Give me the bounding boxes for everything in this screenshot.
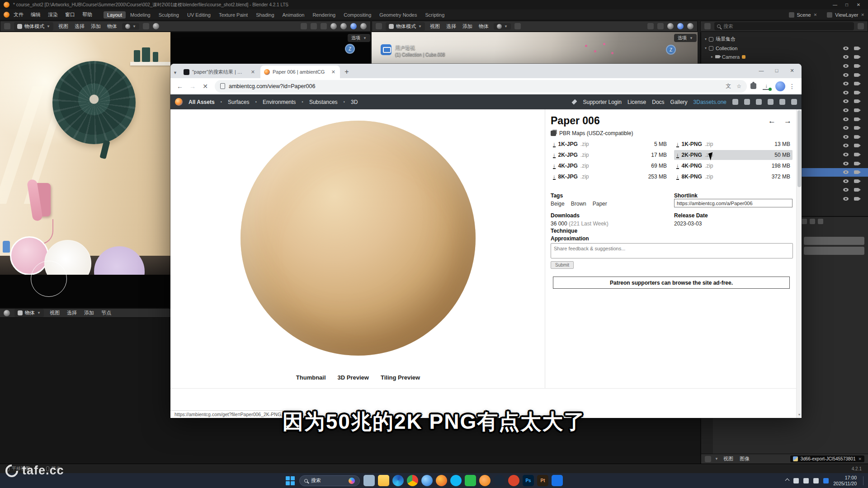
download-2k-png[interactable]: ↓2K-PNG.zip50 MB xyxy=(674,150,793,160)
patreon-icon[interactable] xyxy=(732,99,738,105)
hide-viewport-icon[interactable] xyxy=(843,170,849,174)
node-menu-node[interactable]: 节点 xyxy=(100,309,113,317)
nav-3d[interactable]: 3D xyxy=(351,99,358,105)
browser-tab-fab[interactable]: "paper"的搜索结果 | 搜索 | Fab ✕ xyxy=(180,66,259,78)
properties-icon[interactable] xyxy=(818,219,823,224)
file-explorer-icon[interactable] xyxy=(378,475,389,486)
shading-solid-icon[interactable] xyxy=(340,23,347,29)
tray-icon-app[interactable] xyxy=(823,478,829,483)
expand-icon[interactable]: ▸ xyxy=(711,55,713,59)
disable-render-icon[interactable] xyxy=(854,135,859,139)
shading-wireframe-icon[interactable] xyxy=(330,23,337,29)
instagram-icon[interactable] xyxy=(791,99,797,105)
scene-unlink-icon[interactable]: ✕ xyxy=(814,13,817,17)
nav-environments[interactable]: Environments xyxy=(263,99,296,105)
nav-surfaces[interactable]: Surfaces xyxy=(228,99,249,105)
disable-render-icon[interactable] xyxy=(854,144,859,147)
taskbar-clock[interactable]: 17:00 2025/11/20 xyxy=(833,475,857,486)
expand-icon[interactable]: ▾ xyxy=(705,37,707,41)
hide-viewport-icon[interactable] xyxy=(843,73,849,77)
stop-loading-icon[interactable]: ✕ xyxy=(199,80,211,92)
chevron-down-icon[interactable]: ▼ xyxy=(715,457,718,461)
properties-icon[interactable] xyxy=(802,219,807,224)
viewlayer-selector[interactable]: ViewLayer xyxy=(835,12,858,18)
shading-material-icon[interactable] xyxy=(677,23,684,29)
tab-3d-preview[interactable]: 3D Preview xyxy=(338,374,369,381)
hide-viewport-icon[interactable] xyxy=(843,91,849,94)
hide-viewport-icon[interactable] xyxy=(843,179,849,183)
menu-help[interactable]: 帮助 xyxy=(79,10,95,19)
disable-render-icon[interactable] xyxy=(854,82,859,85)
close-tab-icon[interactable]: ✕ xyxy=(250,69,256,75)
photoshop-icon[interactable]: Ps xyxy=(523,475,534,486)
viewport2-options-dropdown[interactable]: 选项▼ xyxy=(674,34,697,42)
hide-viewport-icon[interactable] xyxy=(843,197,849,201)
disable-render-icon[interactable] xyxy=(854,153,859,156)
transform-orientation-dropdown[interactable]: ▼ xyxy=(494,23,511,30)
download-4k-png[interactable]: ↓4K-PNG.zip198 MB xyxy=(674,161,793,171)
edge-icon[interactable] xyxy=(392,475,404,486)
cloud-icon[interactable] xyxy=(779,99,785,105)
image-menu-image[interactable]: 图像 xyxy=(738,455,751,463)
outliner-search-input[interactable] xyxy=(723,23,851,29)
nav-3dassets-one[interactable]: 3Dassets.one xyxy=(693,99,726,105)
snap-magnet-icon[interactable] xyxy=(143,23,149,29)
tab-tiling-preview[interactable]: Tiling Preview xyxy=(381,374,420,381)
snap-magnet-icon[interactable] xyxy=(514,23,521,29)
download-8k-jpg[interactable]: ↓8K-JPG.zip253 MB xyxy=(551,172,669,182)
hide-viewport-icon[interactable] xyxy=(843,55,849,59)
nav-all-assets[interactable]: All Assets xyxy=(189,99,215,105)
workspace-tab-texture-paint[interactable]: Texture Paint xyxy=(215,11,251,19)
workspace-tab-animation[interactable]: Animation xyxy=(279,11,308,19)
nav-substances[interactable]: Substances xyxy=(309,99,338,105)
menu-file[interactable]: 文件 xyxy=(10,10,27,19)
workspace-tab-layout[interactable]: Layout xyxy=(104,11,126,19)
hide-viewport-icon[interactable] xyxy=(843,153,849,156)
translate-icon[interactable]: 文 xyxy=(726,82,731,90)
viewport-menu-add[interactable]: 添加 xyxy=(90,22,102,31)
previous-asset-icon[interactable]: ← xyxy=(768,117,776,126)
viewport-menu-add[interactable]: 添加 xyxy=(461,22,474,31)
properties-button[interactable] xyxy=(804,247,864,255)
tools-icon[interactable] xyxy=(571,99,577,105)
close-tab-icon[interactable]: ✕ xyxy=(330,69,336,75)
disable-render-icon[interactable] xyxy=(854,179,859,183)
tab-search-chevron-icon[interactable]: ▼ xyxy=(173,70,177,75)
downloads-icon[interactable]: ↓ xyxy=(763,83,770,90)
xray-toggle-icon[interactable] xyxy=(321,23,327,29)
menu-edit[interactable]: 编辑 xyxy=(28,10,44,19)
disable-render-icon[interactable] xyxy=(854,64,859,68)
tray-icon-cloud[interactable] xyxy=(803,478,809,483)
shortlink-input[interactable] xyxy=(674,199,793,207)
blender-icon[interactable] xyxy=(479,475,491,486)
image-name-field[interactable]: 3d66-export-JCI545573801 ✕ xyxy=(790,455,864,462)
minimize-icon[interactable]: — xyxy=(754,65,769,76)
outliner-row-camera[interactable]: ▸ Camera xyxy=(701,52,868,61)
nav-docs[interactable]: Docs xyxy=(652,99,664,105)
disable-render-icon[interactable] xyxy=(854,126,859,130)
maximize-icon[interactable]: □ xyxy=(769,65,784,76)
properties-button[interactable] xyxy=(804,237,864,245)
mode-dropdown[interactable]: 物体模式▼ xyxy=(386,22,425,31)
back-icon[interactable]: ← xyxy=(174,80,186,92)
bookmark-star-icon[interactable]: ☆ xyxy=(736,83,741,89)
hide-viewport-icon[interactable] xyxy=(843,135,849,139)
close-icon[interactable]: ✕ xyxy=(853,2,864,7)
proportional-edit-icon[interactable] xyxy=(153,23,159,29)
tag-brown[interactable]: Brown xyxy=(571,201,586,207)
workspace-tab-geometry-nodes[interactable]: Geometry Nodes xyxy=(376,11,420,19)
new-tab-button[interactable]: + xyxy=(341,66,353,78)
expand-icon[interactable]: ▾ xyxy=(705,46,707,50)
address-bar[interactable]: ambientcg.com/view?id=Paper006 文 ☆ xyxy=(215,80,747,93)
page-scrollbar[interactable]: ▼ xyxy=(796,109,802,418)
site-info-icon[interactable] xyxy=(220,83,225,89)
forward-icon[interactable]: → xyxy=(187,80,198,92)
tag-beige[interactable]: Beige xyxy=(551,201,565,207)
download-2k-jpg[interactable]: ↓2K-JPG.zip17 MB xyxy=(551,150,669,160)
disable-render-icon[interactable] xyxy=(854,73,859,77)
outliner-row-collection[interactable]: ▾ Collection xyxy=(701,44,868,52)
disable-render-icon[interactable] xyxy=(854,188,859,192)
hide-viewport-icon[interactable] xyxy=(843,117,849,121)
outliner-row-scene-collection[interactable]: ▾ 场景集合 xyxy=(701,35,868,43)
disable-render-icon[interactable] xyxy=(854,170,859,174)
